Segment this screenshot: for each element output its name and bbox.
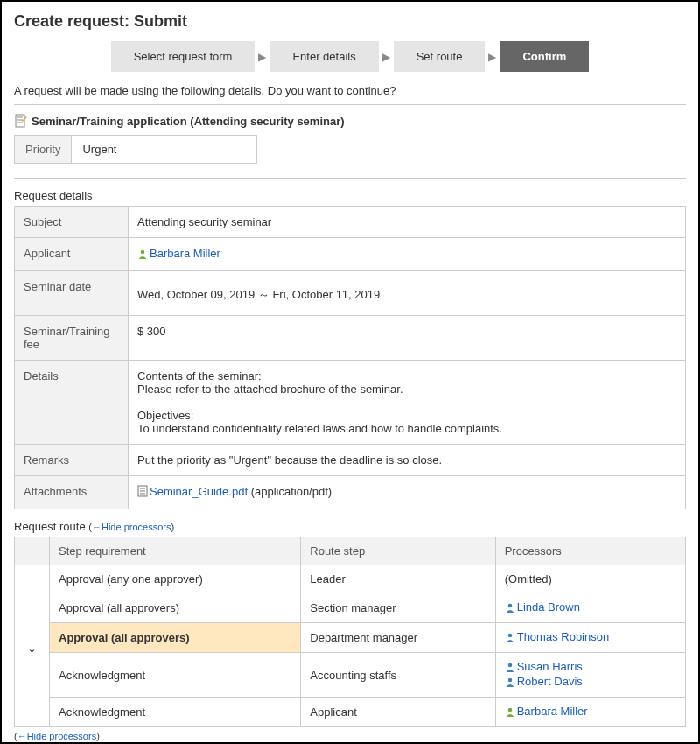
- label-details: Details: [15, 361, 129, 445]
- svg-point-12: [508, 678, 512, 683]
- col-processors: Processors: [495, 537, 685, 565]
- table-row: Attachments Seminar_Guide.pdf (applicati…: [15, 476, 686, 509]
- svg-point-10: [508, 634, 512, 638]
- wizard-step-select[interactable]: Select request form: [111, 41, 256, 72]
- table-row: Applicant Barbara Miller: [15, 238, 686, 271]
- request-details-heading: Request details: [14, 189, 686, 202]
- request-details-table: Subject Attending security seminar Appli…: [14, 206, 686, 509]
- confirm-prompt: A request will be made using the followi…: [14, 84, 686, 97]
- col-step-requirement: Step requirement: [50, 537, 301, 565]
- chevron-right-icon: ▶: [258, 51, 266, 63]
- person-icon: [505, 706, 515, 719]
- person-icon: [505, 632, 515, 645]
- value-applicant: Barbara Miller: [129, 238, 686, 271]
- attachment-link[interactable]: Seminar_Guide.pdf: [150, 485, 248, 498]
- label-attachments: Attachments: [15, 476, 129, 509]
- table-row: Seminar/Training fee $ 300: [15, 316, 686, 361]
- processor-link[interactable]: Linda Brown: [517, 600, 580, 614]
- wizard-steps: Select request form ▶ Enter details ▶ Se…: [14, 41, 686, 72]
- table-row: Remarks Put the priority as "Urgent" bec…: [15, 445, 686, 476]
- page-title: Create request: Submit: [14, 12, 686, 31]
- svg-point-13: [508, 708, 512, 712]
- table-row: Acknowledgment Applicant Barbara Miller: [15, 698, 686, 727]
- label-remarks: Remarks: [15, 445, 129, 476]
- form-title: Seminar/Training application (Attending …: [14, 114, 686, 128]
- hide-processors-bottom: (←Hide processors): [14, 731, 686, 741]
- person-icon: [505, 602, 515, 615]
- hide-processors-link[interactable]: Hide processors: [102, 522, 171, 532]
- applicant-link[interactable]: Barbara Miller: [150, 247, 220, 260]
- label-subject: Subject: [15, 207, 129, 238]
- document-edit-icon: [14, 114, 28, 128]
- svg-point-9: [508, 604, 512, 608]
- processor-link[interactable]: Robert Davis: [517, 675, 583, 688]
- wizard-step-enter[interactable]: Enter details: [270, 41, 378, 72]
- hide-processors-link[interactable]: Hide processors: [27, 731, 96, 741]
- person-icon: [505, 662, 515, 675]
- request-route-heading: Request route (←Hide processors): [14, 520, 686, 533]
- label-seminar-date: Seminar date: [15, 271, 129, 316]
- processor-link[interactable]: Barbara Miller: [517, 705, 588, 718]
- wizard-step-confirm: Confirm: [500, 41, 589, 72]
- value-subject: Attending security seminar: [129, 207, 686, 238]
- table-row: Seminar date Wed, October 09, 2019 ～ Fri…: [15, 271, 686, 316]
- priority-value: Urgent: [72, 136, 256, 163]
- priority-label: Priority: [15, 136, 72, 163]
- table-row: Details Contents of the seminar: Please …: [15, 361, 686, 445]
- flow-arrow-icon: ↓: [15, 565, 50, 727]
- svg-point-11: [508, 663, 512, 668]
- person-icon: [137, 249, 148, 262]
- processor-link[interactable]: Susan Harris: [517, 660, 583, 673]
- route-table: Step requirement Route step Processors ↓…: [14, 537, 686, 727]
- wizard-step-route[interactable]: Set route: [394, 41, 486, 72]
- chevron-right-icon: ▶: [382, 51, 390, 63]
- label-fee: Seminar/Training fee: [15, 316, 129, 361]
- value-attachments: Seminar_Guide.pdf (application/pdf): [129, 476, 686, 509]
- priority-field: Priority Urgent: [14, 135, 257, 164]
- table-row: Approval (all approvers) Section manager…: [15, 593, 686, 623]
- table-row: ↓ Approval (any one approver) Leader (Om…: [15, 565, 686, 593]
- value-details: Contents of the seminar: Please refer to…: [129, 361, 686, 445]
- table-row: Approval (all approvers) Department mana…: [15, 623, 686, 653]
- table-row: Acknowledgment Accounting staffs Susan H…: [15, 653, 686, 698]
- col-route-step: Route step: [301, 537, 495, 565]
- table-row: Subject Attending security seminar: [15, 207, 686, 238]
- value-fee: $ 300: [129, 316, 686, 361]
- label-applicant: Applicant: [15, 238, 129, 271]
- file-icon: [137, 485, 148, 500]
- processor-link[interactable]: Thomas Robinson: [517, 630, 610, 643]
- person-icon: [505, 677, 515, 690]
- value-remarks: Put the priority as "Urgent" because the…: [129, 445, 686, 476]
- value-seminar-date: Wed, October 09, 2019 ～ Fri, October 11,…: [129, 271, 686, 316]
- svg-point-4: [141, 250, 145, 255]
- chevron-right-icon: ▶: [488, 51, 496, 63]
